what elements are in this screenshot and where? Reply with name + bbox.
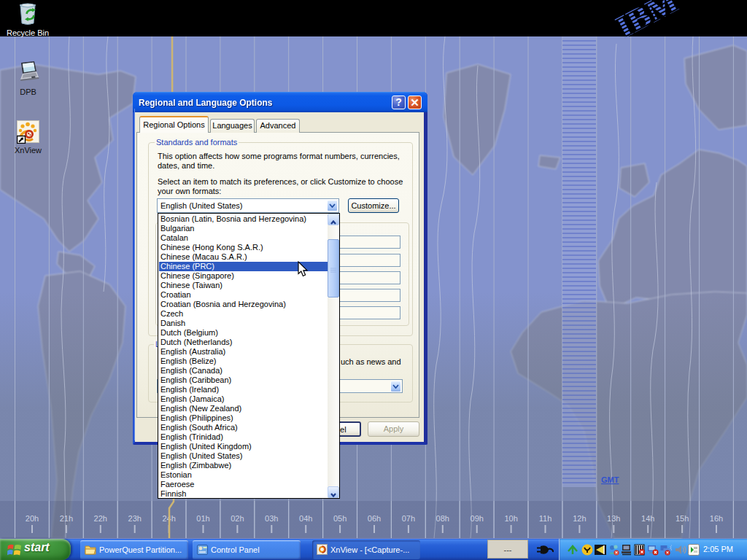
- svg-text:14h: 14h: [641, 514, 654, 523]
- svg-text:11h: 11h: [539, 514, 552, 523]
- svg-text:13h: 13h: [607, 514, 620, 523]
- svg-text:22h: 22h: [94, 514, 107, 523]
- svg-text:07h: 07h: [402, 514, 415, 523]
- svg-text:12h: 12h: [573, 514, 586, 523]
- svg-text:16h: 16h: [710, 514, 723, 523]
- svg-text:08h: 08h: [436, 514, 449, 523]
- svg-text:03h: 03h: [265, 514, 278, 523]
- svg-text:05h: 05h: [333, 514, 347, 523]
- svg-text:15h: 15h: [676, 514, 689, 523]
- svg-text:06h: 06h: [368, 514, 381, 523]
- svg-text:GMT: GMT: [601, 475, 619, 484]
- svg-text:04h: 04h: [299, 514, 312, 523]
- svg-text:21h: 21h: [60, 514, 73, 523]
- svg-text:10h: 10h: [504, 514, 517, 523]
- svg-text:20h: 20h: [26, 514, 39, 523]
- svg-text:02h: 02h: [231, 514, 244, 523]
- svg-text:23h: 23h: [128, 514, 142, 523]
- svg-text:09h: 09h: [471, 514, 484, 523]
- svg-text:01h: 01h: [196, 514, 209, 523]
